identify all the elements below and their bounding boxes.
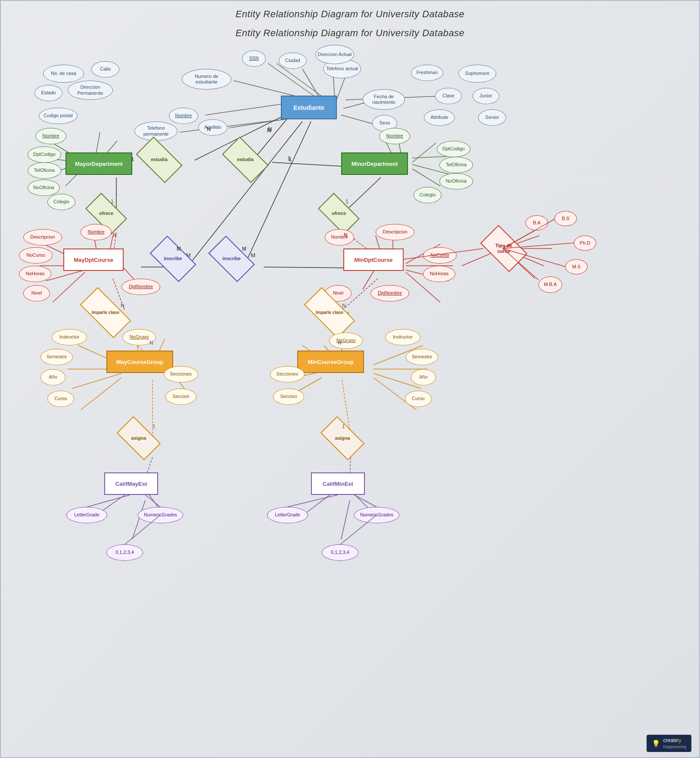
attr-mayor-nooficina: NoOficina <box>28 180 60 196</box>
attr-may-numeric-grades: NumericGrades <box>138 507 183 523</box>
attr-min-secciones: Secciones <box>270 366 305 382</box>
attr-mayor-teloficina: TelOficina <box>28 162 61 179</box>
page-title: Entity Relationship Diagram for Universi… <box>1 20 699 39</box>
diamond-inscribe-2: inscribe <box>211 246 252 271</box>
svg-text:1: 1 <box>287 155 290 162</box>
attr-clase: Clase <box>435 88 462 104</box>
attr-may-0-1-2-3-4: 0,1,2,3,4 <box>106 544 143 561</box>
svg-line-44 <box>412 143 436 162</box>
attr-tipo-phd: Ph.D <box>574 236 596 251</box>
diamond-ofrece-2: ofrece <box>320 202 357 225</box>
attr-sophomore: Sophomore <box>458 65 496 83</box>
svg-line-23 <box>264 267 350 268</box>
attr-min-dpt-nombre: DptNombre <box>370 285 409 301</box>
diamond-inscribe-1: inscribe <box>152 246 193 271</box>
attr-min-nombre: Nombre <box>325 229 354 245</box>
attr-min-numeric-grades: NumericGrades <box>354 507 399 523</box>
svg-line-7 <box>337 76 345 99</box>
svg-line-21 <box>244 121 311 266</box>
entity-calif-may-est: CalifMayEst <box>104 472 158 495</box>
attr-tipo-bs: B.S <box>554 211 577 226</box>
attr-estado: Estado <box>34 85 62 101</box>
entity-minor-department: MinorDepartment <box>341 152 408 175</box>
attr-no-de-casa: No. de casa <box>43 65 84 83</box>
entity-estudiante: Estudiante <box>281 96 337 119</box>
svg-line-5 <box>302 69 320 98</box>
attr-min-anio: Año <box>411 369 436 385</box>
diamond-asigna-1: asigna <box>119 426 158 450</box>
attr-mayor-dptcodigo: DptCodigo <box>28 146 61 163</box>
diagram-container: Entity Relationship Diagram for Universi… <box>0 0 700 758</box>
lines-svg-2: 1 1 N N M M N N 1 1 N N N N 1 1 <box>1 1 700 758</box>
attr-may-nivel: Nivel <box>23 285 50 301</box>
attr-min-0-1-2-3-4: 0,1,2,3,4 <box>322 544 358 561</box>
attr-minor-nooficina: NoOficina <box>439 173 473 190</box>
svg-line-98 <box>145 495 160 507</box>
attr-may-semestre: Semestre <box>40 349 73 365</box>
attr-tipo-ms: M.S <box>565 259 588 274</box>
diamond-imparte-clase-1: Imparte clase <box>82 300 129 325</box>
entity-mayor-department: MayorDepartment <box>65 152 132 175</box>
attr-min-letter-grade: LetterGrade <box>267 507 308 523</box>
attr-junior: Junior <box>473 88 499 104</box>
svg-text:1: 1 <box>289 156 292 162</box>
svg-line-53 <box>53 272 85 302</box>
attr-apellido: Apellido <box>198 119 227 136</box>
entity-may-dpt-course: MayDptCourse <box>63 249 124 271</box>
lines-svg: N N 1 1 M M N N N N N N <box>1 1 700 758</box>
entity-min-course-group: MinCourseGroup <box>297 351 364 373</box>
attr-min-curso: Curso <box>405 391 432 407</box>
svg-text:N: N <box>267 127 271 134</box>
attr-minor-dptcodigo: DptCodigo <box>437 141 470 157</box>
attr-may-no-grupo: NoGrupo <box>122 329 156 345</box>
attr-calle: Calle <box>91 61 119 78</box>
creately-logo: 💡 createlyDiagramming <box>647 735 691 752</box>
attr-attribute: Attribute <box>424 109 455 126</box>
attr-minor-teloficina: TelOficina <box>439 157 473 173</box>
diamond-imparte-clase-2: Imparte clase <box>306 300 353 325</box>
attr-freshman: Freshman <box>411 65 443 81</box>
attr-min-nohoras: NoHoras <box>423 266 455 282</box>
svg-line-47 <box>412 169 440 186</box>
attr-fecha-nacimiento: Fecha de nacimiento <box>363 89 405 110</box>
attr-may-instructor: Instructor <box>52 329 87 345</box>
attr-min-seccion: Seccion <box>273 388 304 405</box>
attr-numero-de-estudiante: Numero de estudiante <box>182 69 231 90</box>
svg-line-71 <box>72 373 121 388</box>
attr-ciudad: Ciudad <box>279 53 307 69</box>
attr-nombre-blue: Nombre <box>169 108 198 124</box>
attr-minor-nombre: Nombre <box>379 128 410 144</box>
diamond-tipo-de-curso: Tipo decurso <box>483 236 524 261</box>
attr-may-letter-grade: LetterGrade <box>66 507 107 523</box>
diamond-asigna-2: asigna <box>323 426 362 450</box>
attr-may-nombre: Nombre <box>81 224 112 240</box>
svg-line-37 <box>341 500 350 539</box>
attr-min-instructor: Instructor <box>385 329 420 345</box>
attr-senior: Senior <box>478 109 506 126</box>
attr-may-secciones: Secciones <box>164 366 198 382</box>
svg-text:N: N <box>268 126 272 132</box>
attr-minor-colegio: Colegio <box>414 187 442 203</box>
attr-min-no-grupo: NoGrupo <box>329 332 363 349</box>
bulb-icon: 💡 <box>652 739 660 748</box>
attr-may-seccion: Seccion <box>165 388 196 405</box>
attr-may-dpt-nombre: DptNombre <box>121 279 160 295</box>
svg-text:N: N <box>113 232 117 238</box>
entity-min-dpt-course: MinDptCourse <box>343 249 404 271</box>
attr-codigo-postal: Codigo postal <box>39 108 78 124</box>
svg-line-52 <box>46 270 85 281</box>
svg-line-63 <box>363 268 376 289</box>
attr-tipo-ba: B.A <box>526 215 548 230</box>
entity-calif-min-est: CalifMinEst <box>311 472 365 495</box>
attr-may-nohoras: NoHoras <box>19 266 51 282</box>
svg-line-101 <box>354 495 376 507</box>
attr-min-descripcion: Descripcion <box>376 224 414 240</box>
attr-telefono-permanente: Telefono permanente <box>134 121 177 141</box>
attr-mayor-colegio: Colegio <box>47 194 75 210</box>
entity-may-course-group: MayCourseGroup <box>106 351 173 373</box>
diamond-estudia-2: estudia <box>225 147 266 172</box>
svg-line-6 <box>277 63 324 98</box>
attr-direccion-actual: Direccion Actual <box>315 45 354 64</box>
diamond-estudia-1: estudia <box>139 147 180 172</box>
attr-direccion-permanente: Direccion Permanente <box>68 81 113 100</box>
